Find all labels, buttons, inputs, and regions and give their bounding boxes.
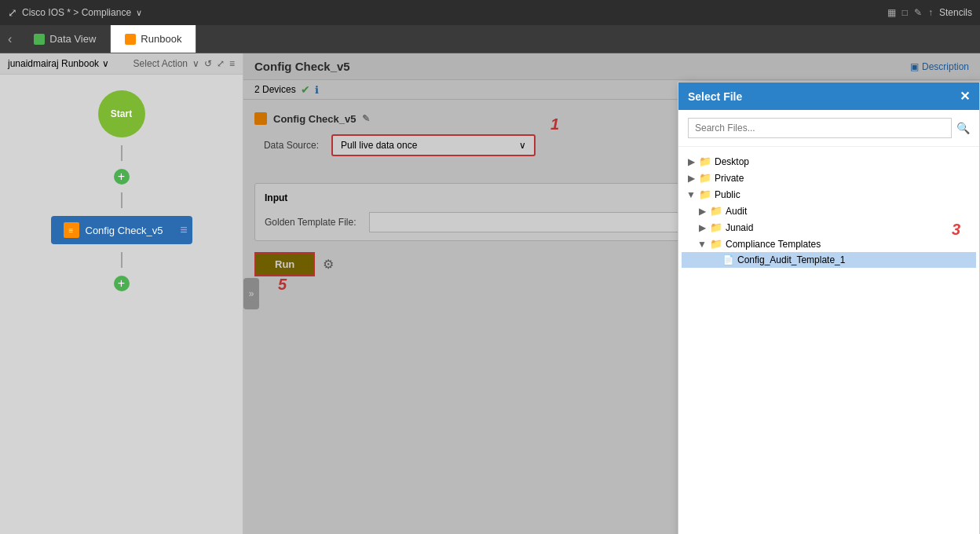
data-view-icon bbox=[34, 34, 45, 45]
canvas-area: Start + ≡ Config Check_v5 ≡ + bbox=[0, 75, 243, 534]
connector-line-3 bbox=[121, 252, 122, 268]
expand-icon: ▶ bbox=[686, 156, 696, 167]
breadcrumb-area: ⤢ Cisco IOS * > Compliance ∨ bbox=[8, 6, 881, 19]
config-check-node[interactable]: ≡ Config Check_v5 ≡ bbox=[51, 216, 192, 244]
refresh-icon[interactable]: ↺ bbox=[204, 58, 212, 69]
dialog-overlay: Select File ✕ 🔍 ▶ 📁 Desktop bbox=[243, 53, 980, 534]
folder-icon: 📁 bbox=[710, 238, 722, 250]
search-input[interactable] bbox=[688, 118, 952, 138]
select-file-dialog: Select File ✕ 🔍 ▶ 📁 Desktop bbox=[678, 82, 980, 534]
top-bar: ⤢ Cisco IOS * > Compliance ∨ ▦ □ ✎ ↑ Ste… bbox=[0, 0, 980, 25]
tree-item-label: Public bbox=[715, 189, 740, 200]
tree-item-junaid[interactable]: ▶ 📁 Junaid bbox=[682, 219, 976, 236]
node-menu-icon[interactable]: ≡ bbox=[180, 223, 187, 237]
square-icon[interactable]: □ bbox=[902, 7, 908, 18]
tree-item-desktop[interactable]: ▶ 📁 Desktop bbox=[682, 153, 976, 170]
dialog-search-area: 🔍 bbox=[678, 110, 979, 147]
dialog-title: Select File bbox=[688, 90, 742, 103]
tab-data-view[interactable]: Data View bbox=[20, 25, 111, 53]
runbook-title-area: junaidmairaj Runbook ∨ bbox=[8, 58, 109, 69]
tree-item-private[interactable]: ▶ 📁 Private bbox=[682, 170, 976, 186]
top-bar-icons: ▦ □ ✎ ↑ Stencils bbox=[887, 7, 972, 18]
add-node-button-1[interactable]: + bbox=[114, 169, 130, 185]
config-node-label: Config Check_v5 bbox=[86, 225, 163, 236]
add-node-button-2[interactable]: + bbox=[114, 276, 130, 291]
folder-icon: 📁 bbox=[710, 221, 722, 233]
file-tree: ▶ 📁 Desktop ▶ 📁 Private ▼ 📁 Publi bbox=[678, 147, 979, 534]
start-node[interactable]: Start bbox=[98, 90, 145, 137]
folder-icon: 📁 bbox=[699, 155, 711, 167]
grid-icon[interactable]: ▦ bbox=[887, 7, 896, 18]
expand-canvas-icon[interactable]: ⤢ bbox=[217, 58, 225, 69]
tree-item-label: Desktop bbox=[715, 156, 749, 167]
tab-runbook-label: Runbook bbox=[141, 33, 181, 45]
dialog-header: Select File ✕ bbox=[678, 82, 979, 110]
folder-icon: 📁 bbox=[699, 172, 711, 184]
stencils-label[interactable]: Stencils bbox=[939, 7, 972, 18]
expand-icon: ▼ bbox=[686, 189, 696, 200]
connector-line-2 bbox=[121, 192, 122, 208]
expand-icon: ▶ bbox=[697, 206, 707, 217]
tree-item-label: Compliance Templates bbox=[726, 239, 821, 250]
breadcrumb: Cisco IOS * > Compliance bbox=[22, 7, 131, 18]
folder-icon: 📁 bbox=[699, 188, 711, 200]
tree-item-label: Audit bbox=[726, 206, 747, 217]
tree-item-label: Junaid bbox=[726, 222, 753, 233]
select-action-label[interactable]: Select Action bbox=[133, 58, 188, 69]
tree-item-audit[interactable]: ▶ 📁 Audit bbox=[682, 203, 976, 219]
tree-item-compliance-templates[interactable]: ▼ 📁 Compliance Templates bbox=[682, 236, 976, 252]
chevron-down-icon: ∨ bbox=[136, 8, 142, 18]
expand-icon: ▼ bbox=[697, 239, 707, 250]
chevron-down-icon-action[interactable]: ∨ bbox=[192, 58, 199, 69]
tab-runbook[interactable]: Runbook bbox=[111, 25, 196, 53]
spacer bbox=[710, 254, 719, 265]
search-icon[interactable]: 🔍 bbox=[956, 122, 970, 134]
tree-item-label: Private bbox=[715, 173, 744, 184]
chevron-down-icon[interactable]: ∨ bbox=[102, 58, 109, 69]
connector-line-1 bbox=[121, 145, 122, 161]
expand-icon[interactable]: ⤢ bbox=[8, 6, 17, 19]
tab-data-view-label: Data View bbox=[49, 33, 96, 45]
expand-icon: ▶ bbox=[697, 222, 707, 233]
main-layout: junaidmairaj Runbook ∨ Select Action ∨ ↺… bbox=[0, 53, 980, 534]
left-panel-header: junaidmairaj Runbook ∨ Select Action ∨ ↺… bbox=[0, 53, 243, 75]
folder-icon: 📁 bbox=[710, 205, 722, 217]
start-node-label: Start bbox=[111, 108, 132, 119]
tree-item-config-audit-template[interactable]: 📄 Config_Audit_Template_1 bbox=[682, 252, 976, 268]
runbook-icon bbox=[125, 34, 136, 45]
back-button[interactable]: ‹ bbox=[0, 32, 20, 46]
share-icon[interactable]: ↑ bbox=[928, 7, 933, 18]
pencil-icon[interactable]: ✎ bbox=[914, 7, 922, 18]
tree-item-public[interactable]: ▼ 📁 Public bbox=[682, 186, 976, 203]
close-icon[interactable]: ✕ bbox=[960, 89, 970, 104]
left-panel-icons: Select Action ∨ ↺ ⤢ ≡ bbox=[133, 58, 235, 69]
expand-icon: ▶ bbox=[686, 173, 696, 184]
runbook-title: junaidmairaj Runbook bbox=[8, 58, 99, 69]
left-panel: junaidmairaj Runbook ∨ Select Action ∨ ↺… bbox=[0, 53, 243, 534]
tree-item-label: Config_Audit_Template_1 bbox=[737, 254, 845, 265]
tab-bar: ‹ Data View Runbook bbox=[0, 25, 980, 53]
config-node-icon: ≡ bbox=[64, 222, 79, 238]
file-icon: 📄 bbox=[722, 254, 734, 265]
content-panel: » Config Check_v5 ▣ Description 2 Device… bbox=[243, 53, 980, 534]
menu-icon[interactable]: ≡ bbox=[229, 58, 235, 69]
